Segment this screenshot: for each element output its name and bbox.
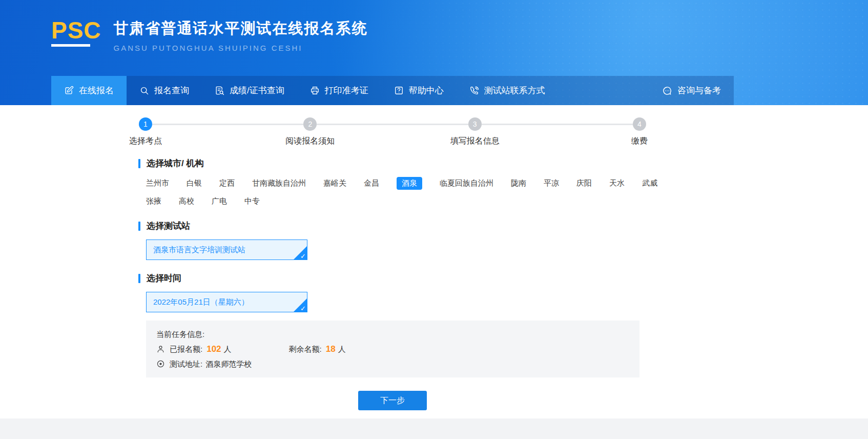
step-label: 阅读报名须知 — [285, 136, 335, 147]
step-2-read-notice: 2 阅读报名须知 — [303, 117, 317, 131]
address-row: 测试地址: 酒泉师范学校 — [156, 356, 629, 371]
remaining-unit: 人 — [338, 342, 346, 356]
remaining-count: 剩余名额: 18 人 — [289, 342, 346, 356]
registered-unit: 人 — [224, 342, 232, 356]
main-nav: 在线报名 报名查询 成绩/证书查询 — [51, 76, 734, 105]
nav-item-test-station-contact[interactable]: 测试站联系方式 — [457, 76, 558, 105]
site-title: 甘肃省普通话水平测试在线报名系统 — [114, 18, 368, 39]
city-option[interactable]: 兰州市 — [146, 177, 169, 190]
nav-item-online-registration[interactable]: 在线报名 — [51, 76, 127, 105]
nav-item-score-certificate-query[interactable]: 成绩/证书查询 — [202, 76, 297, 105]
section-title-text: 选择城市/ 机构 — [147, 157, 203, 169]
location-icon — [156, 360, 165, 368]
step-1-select-site: 1 选择考点 — [139, 117, 152, 131]
step-circle: 3 — [468, 117, 482, 131]
section-title-time: 选择时间 — [138, 272, 734, 284]
station-card-selected[interactable]: 酒泉市语言文字培训测试站 ✓ — [146, 240, 307, 260]
nav-label: 在线报名 — [79, 85, 114, 96]
nav-label: 测试站联系方式 — [484, 85, 545, 96]
city-option[interactable]: 高校 — [179, 195, 194, 208]
quota-row: 已报名额: 102 人 剩余名额: 18 人 — [156, 342, 629, 356]
certificate-search-icon — [215, 86, 224, 95]
step-connector — [482, 124, 633, 125]
title-accent-bar — [138, 222, 140, 231]
header-branding: PSC 甘肃省普通话水平测试在线报名系统 GANSU PUTONGHUA SHU… — [0, 0, 868, 76]
main-content: 1 选择考点 2 阅读报名须知 3 填写报名信息 4 缴费 选择城市/ 机构 — [0, 105, 868, 418]
city-list: 兰州市 白银 定西 甘南藏族自治州 嘉峪关 金昌 酒泉 临夏回族自治州 陇南 平… — [146, 177, 658, 208]
time-card-label: 2022年05月21日（星期六） — [153, 297, 249, 307]
step-connector — [152, 124, 303, 125]
city-option[interactable]: 中专 — [244, 195, 260, 208]
logo: PSC — [51, 18, 101, 47]
section-title-text: 选择测试站 — [147, 220, 190, 232]
step-label: 选择考点 — [129, 136, 162, 147]
step-connector — [317, 124, 468, 125]
title-accent-bar — [138, 159, 140, 168]
registered-count: 已报名额: 102 人 — [156, 342, 232, 356]
city-option[interactable]: 张掖 — [146, 195, 161, 208]
logo-psc-text: PSC — [51, 18, 101, 42]
remaining-label: 剩余名额: — [289, 342, 322, 356]
step-label: 缴费 — [631, 136, 648, 147]
city-option[interactable]: 定西 — [219, 177, 235, 190]
nav-item-registration-query[interactable]: 报名查询 — [127, 76, 202, 105]
nav-item-help-center[interactable]: 帮助中心 — [381, 76, 457, 105]
section-select-station: 选择测试站 酒泉市语言文字培训测试站 ✓ — [138, 220, 734, 260]
title-block: 甘肃省普通话水平测试在线报名系统 GANSU PUTONGHUA SHUIPIN… — [114, 18, 368, 52]
task-info-box: 当前任务信息: 已报名额: 102 人 剩余名额: 18 人 — [146, 321, 639, 377]
city-option[interactable]: 白银 — [187, 177, 202, 190]
nav-label: 帮助中心 — [409, 85, 444, 96]
site-header: PSC 甘肃省普通话水平测试在线报名系统 GANSU PUTONGHUA SHU… — [0, 0, 868, 105]
nav-label: 咨询与备考 — [677, 85, 721, 96]
title-accent-bar — [138, 274, 140, 283]
chat-icon — [662, 86, 672, 96]
registered-label: 已报名额: — [170, 342, 202, 356]
step-circle: 1 — [139, 117, 152, 131]
check-icon: ✓ — [300, 252, 306, 260]
city-option[interactable]: 临夏回族自治州 — [440, 177, 493, 190]
step-progress: 1 选择考点 2 阅读报名须知 3 填写报名信息 4 缴费 — [51, 105, 734, 145]
city-option[interactable]: 陇南 — [511, 177, 526, 190]
section-title-station: 选择测试站 — [138, 220, 734, 232]
task-info-title: 当前任务信息: — [156, 327, 204, 342]
next-step-button[interactable]: 下一步 — [358, 391, 427, 410]
check-icon: ✓ — [300, 305, 306, 312]
help-icon — [394, 86, 404, 95]
station-card-label: 酒泉市语言文字培训测试站 — [153, 245, 245, 255]
nav-item-print-admission-ticket[interactable]: 打印准考证 — [297, 76, 381, 105]
section-select-time: 选择时间 2022年05月21日（星期六） ✓ — [138, 272, 734, 312]
logo-underline — [51, 44, 90, 47]
city-option[interactable]: 甘南藏族自治州 — [252, 177, 306, 190]
step-3-fill-info: 3 填写报名信息 — [468, 117, 482, 131]
nav-item-consult-prepare[interactable]: 咨询与备考 — [649, 76, 734, 105]
city-option[interactable]: 庆阳 — [576, 177, 592, 190]
printer-icon — [310, 86, 320, 95]
city-option[interactable]: 金昌 — [364, 177, 379, 190]
city-option[interactable]: 武威 — [642, 177, 657, 190]
task-info-title-row: 当前任务信息: — [156, 327, 629, 342]
search-icon — [139, 86, 149, 95]
footer-strip — [0, 418, 868, 439]
city-option[interactable]: 嘉峪关 — [323, 177, 346, 190]
section-title-text: 选择时间 — [147, 272, 181, 284]
section-title-city: 选择城市/ 机构 — [138, 157, 734, 169]
address-value: 酒泉师范学校 — [205, 356, 252, 371]
city-option[interactable]: 天水 — [609, 177, 625, 190]
address-label: 测试地址: — [170, 356, 202, 371]
person-icon — [156, 345, 165, 353]
time-card-selected[interactable]: 2022年05月21日（星期六） ✓ — [146, 292, 307, 312]
next-button-row: 下一步 — [51, 377, 734, 418]
nav-label: 成绩/证书查询 — [230, 85, 284, 96]
step-4-payment: 4 缴费 — [633, 117, 646, 131]
phone-icon — [469, 86, 479, 95]
section-select-city: 选择城市/ 机构 兰州市 白银 定西 甘南藏族自治州 嘉峪关 金昌 酒泉 临夏回… — [138, 157, 734, 208]
nav-label: 报名查询 — [154, 85, 189, 96]
city-option[interactable]: 平凉 — [544, 177, 559, 190]
registered-value: 102 — [206, 342, 221, 356]
city-option[interactable]: 广电 — [212, 195, 227, 208]
edit-icon — [64, 86, 74, 95]
nav-spacer — [558, 76, 649, 105]
city-option-selected[interactable]: 酒泉 — [397, 177, 422, 190]
site-subtitle: GANSU PUTONGHUA SHUIPING CESHI — [114, 44, 368, 52]
step-circle: 2 — [303, 117, 317, 131]
